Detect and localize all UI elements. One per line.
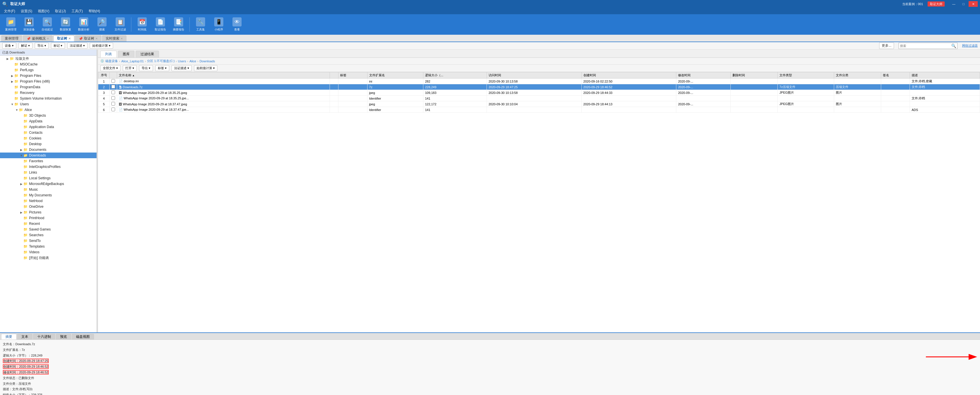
col-filename[interactable]: 文件名称 ▲ bbox=[117, 72, 330, 79]
col-deleted[interactable]: 删除时间 bbox=[731, 72, 778, 79]
tb2-forensics-btn[interactable]: 解证 ▾ bbox=[19, 43, 32, 49]
tree-item-msocache[interactable]: 📁 MSOCache bbox=[0, 62, 97, 67]
tree-item-recent[interactable]: 📁 Recent bbox=[0, 221, 97, 227]
row3-check[interactable] bbox=[111, 90, 115, 94]
tbl-export-btn[interactable]: 导出 ▾ bbox=[139, 65, 153, 71]
tree-item-sendto[interactable]: 📁 SendTo bbox=[0, 238, 97, 244]
tree-item-intelgraphics[interactable]: 📁 IntelGraphicsProfiles bbox=[0, 164, 97, 170]
table-row[interactable]: 5 🖼 WhatsApp Image 2020-09-29 at 18.37.4… bbox=[98, 101, 980, 107]
col-ext[interactable]: 文件扩展名 bbox=[367, 72, 423, 79]
menu-help[interactable]: 帮助(H) bbox=[86, 8, 103, 14]
bottom-tab-hex[interactable]: 十六进制 bbox=[33, 334, 55, 339]
col-check[interactable] bbox=[110, 72, 117, 79]
bc-item-downloads[interactable]: Downloads bbox=[199, 59, 215, 63]
table-row[interactable]: 2 🗜 Downloads.7z 7z 228,249 2020-09-29 1… bbox=[98, 84, 980, 90]
table-row[interactable]: 4 📄 WhatsApp Image 2020-09-29 at 18.35.2… bbox=[98, 96, 980, 101]
row4-check[interactable] bbox=[111, 96, 115, 100]
tb2-export-btn[interactable]: 导出 ▾ bbox=[35, 43, 49, 49]
tree-item-alice[interactable]: ▼ 📁 Alice bbox=[0, 107, 97, 113]
tab-forensics-tree-close[interactable]: ✕ bbox=[68, 37, 71, 40]
tool-toolkit[interactable]: 🔧 工具集 bbox=[192, 16, 209, 33]
menu-tools[interactable]: 工具(T) bbox=[68, 8, 86, 14]
tree-item-msedgebackups[interactable]: ▶ 📁 MicrosoftEdgeBackups bbox=[0, 181, 97, 187]
tbl-open-btn[interactable]: 打开 ▾ bbox=[123, 65, 137, 71]
tool-data-analysis[interactable]: 📊 数据分析 bbox=[75, 16, 92, 33]
menu-settings[interactable]: 设置(S) bbox=[18, 8, 35, 14]
tab-realtime-search[interactable]: 实时搜索 ✕ bbox=[102, 35, 126, 41]
tree-item-startmenu[interactable]: 📁 [开始] 功能表 bbox=[0, 255, 97, 261]
tool-miniapp[interactable]: 📱 小程序 bbox=[210, 16, 228, 33]
tree-item-recovery[interactable]: 📁 Recovery bbox=[0, 90, 97, 96]
tree-item-documents[interactable]: ▶ 📁 Documents bbox=[0, 147, 97, 152]
tree-item-programdata[interactable]: 📁 ProgramData bbox=[0, 84, 97, 90]
tree-item-systemvolume[interactable]: 📁 System Volume Information bbox=[0, 96, 97, 101]
table-row[interactable]: 6 📄 WhatsApp Image 2020-09-29 at 18.37.4… bbox=[98, 107, 980, 113]
tree-item-links[interactable]: 📁 Links bbox=[0, 170, 97, 175]
tree-item-videos[interactable]: 📁 Videos bbox=[0, 249, 97, 255]
title-controls[interactable]: — □ ✕ bbox=[949, 1, 978, 7]
tree-item-searches[interactable]: 📁 Searches bbox=[0, 232, 97, 238]
tree-item-perflogs[interactable]: 📁 PerfLogs bbox=[0, 67, 97, 73]
tree-item-pictures[interactable]: ▶ 📁 Pictures bbox=[0, 209, 97, 215]
tool-summary-report[interactable]: 📑 摘要报告 bbox=[170, 16, 187, 33]
minimize-button[interactable]: — bbox=[949, 1, 958, 7]
menu-forensics[interactable]: 取证(J) bbox=[52, 8, 68, 14]
tool-file-filter[interactable]: 📋 文件过滤 bbox=[112, 16, 129, 33]
bc-item-device[interactable]: 磁盘设备 bbox=[105, 59, 118, 63]
tool-timeline[interactable]: 📅 时间线 bbox=[134, 16, 151, 33]
tree-item-appdata[interactable]: 📁 AppData bbox=[0, 118, 97, 124]
bc-item-alice[interactable]: Alice bbox=[189, 59, 196, 63]
tree-item-applicationdata[interactable]: 📁 Application Data bbox=[0, 124, 97, 130]
tree-item-savedgames[interactable]: 📁 Saved Games bbox=[0, 227, 97, 232]
bottom-tab-text[interactable]: 文本 bbox=[17, 334, 32, 339]
tab-forensics-tree[interactable]: 取证树 ✕ bbox=[53, 35, 74, 41]
col-sig[interactable]: 签名 bbox=[881, 72, 910, 79]
tree-item-programfiles86[interactable]: ▶ 📁 Program Files (x86) bbox=[0, 79, 97, 84]
bc-item-laptop[interactable]: Alice_Laptop:01 bbox=[121, 59, 144, 63]
col-filetype[interactable]: 文件类型 bbox=[778, 72, 834, 79]
network-filter-btn[interactable]: 网络过滤器 bbox=[962, 44, 978, 48]
col-modified[interactable]: 修改时间 bbox=[676, 72, 731, 79]
table-row[interactable]: 1 📄 desktop.ini ini 282 2020-09-30 10:13… bbox=[98, 79, 980, 84]
tbl-allfiles-btn[interactable]: 全部文件 ▾ bbox=[100, 65, 121, 71]
col-tags[interactable]: 标签 bbox=[339, 72, 367, 79]
tbl-tag-btn[interactable]: 标签 ▾ bbox=[155, 65, 169, 71]
tool-data-recovery[interactable]: 🔄 数据恢复 bbox=[57, 16, 74, 33]
tab-forensics-tree2-close[interactable]: ✕ bbox=[95, 37, 98, 40]
col-size[interactable]: 逻辑大小（... bbox=[423, 72, 487, 79]
row5-check[interactable] bbox=[111, 102, 115, 106]
tool-search[interactable]: 🔎 搜索 bbox=[94, 16, 111, 33]
col-desc[interactable]: 描述 bbox=[910, 72, 980, 79]
tool-auto-forensics[interactable]: 🔍 自动延证 bbox=[39, 16, 56, 33]
col-category[interactable]: 文件分类 bbox=[834, 72, 881, 79]
right-tab-gallery[interactable]: 图库 bbox=[118, 51, 134, 57]
tb2-device-btn[interactable]: 设备 ▾ bbox=[2, 43, 16, 49]
tool-case-mgmt[interactable]: 📁 案例管理 bbox=[2, 16, 19, 33]
tool-forensics-report[interactable]: 📄 取证报告 bbox=[152, 16, 169, 33]
tab-forensics-overview-close[interactable]: ✕ bbox=[47, 37, 49, 40]
bc-item-users[interactable]: Users bbox=[178, 59, 186, 63]
search-icon2[interactable]: 🔍 bbox=[950, 43, 957, 49]
bottom-tab-preview[interactable]: 预览 bbox=[56, 334, 71, 339]
tree-item-favorites[interactable]: 📁 Favorites bbox=[0, 158, 97, 164]
col-num[interactable]: 序号 bbox=[98, 72, 110, 79]
tree-item-trash[interactable]: ▶ 📁 垃圾文件 bbox=[0, 56, 97, 62]
close-button[interactable]: ✕ bbox=[969, 1, 978, 7]
row2-check[interactable] bbox=[111, 85, 115, 89]
tab-forensics-tree2[interactable]: 📌 取证树 ✕ bbox=[75, 35, 102, 41]
tree-item-programfiles[interactable]: ▶ 📁 Program Files bbox=[0, 73, 97, 79]
menu-view[interactable]: 视图(V) bbox=[35, 8, 52, 14]
bottom-tab-summary[interactable]: 摘要 bbox=[1, 334, 16, 339]
tree-item-downloads[interactable]: ▼ 📁 Downloads bbox=[0, 152, 97, 158]
tb2-tag-btn[interactable]: 标记 ▾ bbox=[51, 43, 65, 49]
tab-realtime-search-close[interactable]: ✕ bbox=[121, 37, 123, 40]
tree-item-users[interactable]: ▼ 📁 Users bbox=[0, 101, 97, 107]
tool-view[interactable]: 👁 查看 bbox=[229, 16, 245, 33]
tab-forensics-overview[interactable]: 📌 鉴例概况 ✕ bbox=[23, 35, 53, 41]
tb2-hash-btn[interactable]: 始初值计算 ▾ bbox=[90, 43, 113, 49]
tree-item-templates[interactable]: 📁 Templates bbox=[0, 244, 97, 249]
tb2-desc-btn[interactable]: 法证描述 ▾ bbox=[67, 43, 88, 49]
col-created[interactable]: 创建时间 bbox=[581, 72, 676, 79]
bottom-tab-diskview[interactable]: 磁盘视图 bbox=[72, 334, 94, 339]
tree-item-mydocuments[interactable]: 📁 My Documents bbox=[0, 192, 97, 198]
